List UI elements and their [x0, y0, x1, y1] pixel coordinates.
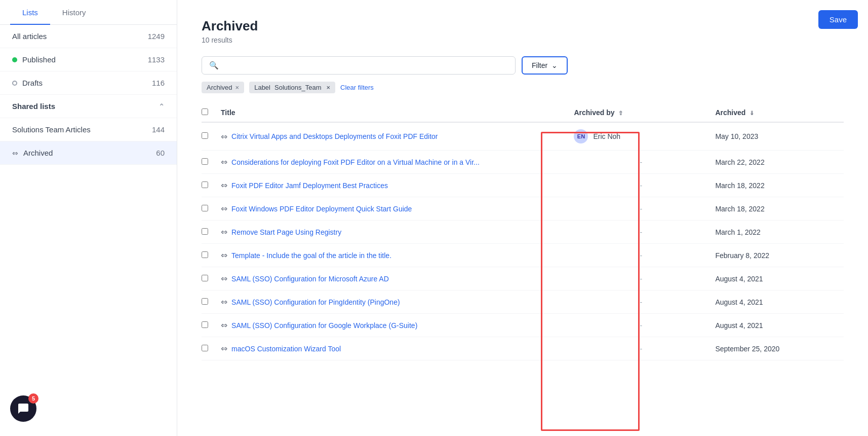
published-count: 1133 [148, 55, 165, 64]
archived-date-cell: May 10, 2023 [715, 122, 844, 151]
archived-by-cell: - [574, 267, 715, 290]
row-checkbox[interactable] [202, 205, 208, 211]
clear-filters-button[interactable]: Clear filters [340, 84, 374, 91]
archived-date-sort-icon: ⇓ [749, 110, 754, 116]
archived-date-cell: August 4, 2021 [715, 314, 844, 337]
filter-tags-row: Archived × Label Solutions_Team × Clear … [202, 82, 844, 93]
row-checkbox[interactable] [202, 228, 208, 235]
archived-by-cell: - [574, 221, 715, 244]
archive-article-icon: ⇔ [221, 227, 227, 237]
shared-lists-label: Shared lists [12, 102, 55, 111]
sidebar-item-all-articles[interactable]: All articles 1249 [0, 25, 177, 48]
filter-tag-label: Label Solutions_Team × [249, 82, 335, 93]
archived-by-cell: - [574, 244, 715, 267]
filter-label: Filter [532, 61, 547, 69]
label-value: Solutions_Team [274, 84, 322, 91]
archived-by-cell: - [574, 174, 715, 197]
article-link[interactable]: ⇔SAML (SSO) Configuration for PingIdenti… [221, 297, 567, 307]
article-link[interactable]: ⇔Template - Include the goal of the arti… [221, 250, 567, 260]
archived-date-cell: March 1, 2022 [715, 221, 844, 244]
solutions-team-label: Solutions Team Articles [12, 125, 91, 134]
archived-by-cell: ENEric Noh [574, 122, 715, 151]
row-checkbox[interactable] [202, 158, 208, 165]
table-row: ⇔Considerations for deploying Foxit PDF … [202, 151, 844, 174]
solutions-team-count: 144 [152, 125, 165, 134]
remove-archived-filter-button[interactable]: × [235, 84, 240, 91]
archived-by-name: Eric Noh [593, 132, 620, 140]
article-link[interactable]: ⇔Citrix Virtual Apps and Desktops Deploy… [221, 132, 567, 141]
tab-lists[interactable]: Lists [10, 0, 50, 25]
archived-count: 60 [156, 149, 165, 157]
table-row: ⇔macOS Customization Wizard Tool-Septemb… [202, 337, 844, 360]
table-header-row: Title Archived by ⇧ Archived ⇓ [202, 103, 844, 122]
row-checkbox[interactable] [202, 251, 208, 258]
sidebar-item-published[interactable]: Published 1133 [0, 48, 177, 71]
all-articles-count: 1249 [148, 32, 165, 41]
select-all-header [202, 103, 221, 122]
article-link[interactable]: ⇔Foxit PDF Editor Jamf Deployment Best P… [221, 180, 567, 190]
archived-date-cell: March 18, 2022 [715, 197, 844, 221]
article-title: macOS Customization Wizard Tool [231, 345, 341, 353]
archive-article-icon: ⇔ [221, 204, 227, 213]
article-title: SAML (SSO) Configuration for PingIdentit… [231, 298, 400, 306]
article-title: SAML (SSO) Configuration for Microsoft A… [231, 275, 389, 283]
archived-date-cell: March 22, 2022 [715, 151, 844, 174]
results-count: 10 results [202, 36, 844, 44]
archived-by-header[interactable]: Archived by ⇧ [574, 103, 715, 122]
article-title: Template - Include the goal of the artic… [231, 251, 391, 260]
articles-table: Title Archived by ⇧ Archived ⇓ ⇔Citrix V… [202, 103, 844, 360]
article-title: Considerations for deploying Foxit PDF E… [231, 158, 480, 166]
tab-history[interactable]: History [50, 0, 98, 25]
archived-date-header[interactable]: Archived ⇓ [715, 103, 844, 122]
search-icon: 🔍 [209, 61, 219, 70]
row-checkbox[interactable] [202, 298, 208, 305]
archive-article-icon: ⇔ [221, 320, 227, 330]
chevron-up-icon: ⌃ [159, 102, 165, 111]
row-checkbox[interactable] [202, 181, 208, 188]
drafts-left: Drafts [12, 79, 43, 87]
published-left: Published [12, 55, 56, 64]
drafts-count: 116 [152, 79, 165, 87]
article-link[interactable]: ⇔Foxit Windows PDF Editor Deployment Qui… [221, 204, 567, 213]
archive-article-icon: ⇔ [221, 180, 227, 190]
article-link[interactable]: ⇔Considerations for deploying Foxit PDF … [221, 157, 567, 167]
table-row: ⇔Remove Start Page Using Registry-March … [202, 221, 844, 244]
table-row: ⇔Foxit PDF Editor Jamf Deployment Best P… [202, 174, 844, 197]
article-link[interactable]: ⇔macOS Customization Wizard Tool [221, 344, 567, 353]
drafts-circle-icon [12, 81, 17, 86]
row-checkbox[interactable] [202, 132, 208, 139]
save-button[interactable]: Save [818, 10, 858, 29]
all-articles-label: All articles [12, 32, 47, 41]
archived-date-cell: February 8, 2022 [715, 244, 844, 267]
sidebar-item-drafts[interactable]: Drafts 116 [0, 71, 177, 95]
chat-button[interactable]: 5 [10, 395, 36, 422]
sidebar-item-solutions-team[interactable]: Solutions Team Articles 144 [0, 118, 177, 141]
archive-article-icon: ⇔ [221, 157, 227, 167]
archived-label: Archived [23, 149, 53, 157]
filter-button[interactable]: Filter ⌄ [522, 56, 568, 75]
article-link[interactable]: ⇔Remove Start Page Using Registry [221, 227, 567, 237]
sidebar-section-articles: All articles 1249 Published 1133 Drafts … [0, 25, 177, 95]
article-link[interactable]: ⇔SAML (SSO) Configuration for Microsoft … [221, 274, 567, 283]
sidebar-item-archived[interactable]: ⇔ Archived 60 [0, 141, 177, 165]
shared-lists-header[interactable]: Shared lists ⌃ [0, 95, 177, 118]
row-checkbox[interactable] [202, 345, 208, 351]
row-checkbox[interactable] [202, 275, 208, 281]
article-link[interactable]: ⇔SAML (SSO) Configuration for Google Wor… [221, 320, 567, 330]
archived-by-cell: - [574, 151, 715, 174]
search-box[interactable]: 🔍 [202, 56, 516, 75]
published-dot-icon [12, 57, 17, 62]
search-input[interactable] [223, 61, 508, 69]
table-row: ⇔Foxit Windows PDF Editor Deployment Qui… [202, 197, 844, 221]
archived-date-cell: September 25, 2020 [715, 337, 844, 360]
title-header: Title [221, 103, 574, 122]
remove-label-filter-button[interactable]: × [326, 84, 330, 91]
article-title: Remove Start Page Using Registry [231, 228, 341, 236]
archive-article-icon: ⇔ [221, 344, 227, 353]
archived-by-sort-icon: ⇧ [618, 110, 623, 116]
article-title: Foxit Windows PDF Editor Deployment Quic… [231, 205, 412, 213]
archive-icon: ⇔ [12, 149, 18, 157]
select-all-checkbox[interactable] [202, 108, 208, 115]
article-title: Foxit PDF Editor Jamf Deployment Best Pr… [231, 181, 388, 190]
row-checkbox[interactable] [202, 321, 208, 328]
